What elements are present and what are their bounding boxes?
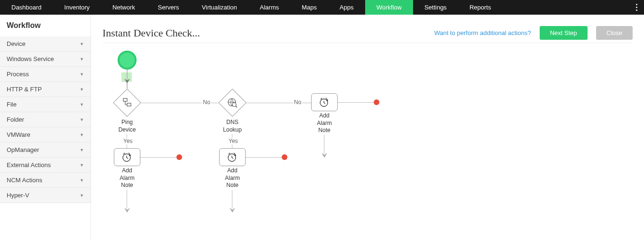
edge-label-no: No: [293, 99, 302, 106]
add-alarm-note-node[interactable]: [311, 93, 338, 111]
alarm-clock-icon: [227, 151, 238, 163]
sidebar-item-label: Hyper-V: [7, 192, 29, 199]
ping-device-node[interactable]: [113, 89, 141, 117]
nav-apps[interactable]: Apps: [328, 0, 365, 15]
nav-workflow[interactable]: Workflow: [365, 0, 413, 15]
end-point[interactable]: [176, 154, 182, 160]
chevron-down-icon: ▼: [80, 178, 84, 183]
chevron-down-icon: ▼: [80, 87, 84, 92]
sidebar-item-folder[interactable]: Folder ▼: [0, 112, 91, 127]
sidebar-item-http-ftp[interactable]: HTTP & FTP ▼: [0, 82, 91, 97]
ping-device-label: Ping Device: [117, 119, 138, 133]
sidebar-item-label: Device: [7, 40, 26, 47]
sidebar-item-label: VMWare: [7, 131, 30, 138]
add-alarm-note-label: Add Alarm Note: [315, 112, 334, 134]
nav-dashboard[interactable]: Dashboard: [0, 0, 53, 15]
workflow-canvas[interactable]: Ping Device No DNS Lookup No: [102, 51, 633, 240]
close-button[interactable]: Close: [596, 26, 633, 40]
edge-label-yes: Yes: [122, 138, 134, 144]
nav-inventory[interactable]: Inventory: [53, 0, 101, 15]
chevron-down-icon: ▼: [80, 148, 84, 152]
nav-network[interactable]: Network: [101, 0, 147, 15]
alarm-clock-icon: [319, 97, 330, 108]
svg-rect-0: [123, 98, 127, 101]
alarm-clock-icon: [121, 151, 133, 163]
dns-lookup-node[interactable]: [218, 89, 247, 117]
sidebar-title: Workflow: [0, 15, 91, 36]
arrow-down-icon: [321, 151, 328, 158]
connector: [338, 102, 374, 103]
dns-lookup-label: DNS Lookup: [221, 119, 244, 133]
sidebar-item-label: Process: [7, 71, 29, 78]
sidebar-item-label: External Actions: [7, 161, 51, 169]
device-icon: [122, 98, 132, 108]
nav-settings[interactable]: Settings: [413, 0, 458, 15]
sidebar-item-hyper-v[interactable]: Hyper-V ▼: [0, 188, 91, 203]
content-area: Instant Device Check... Want to perform …: [91, 15, 644, 240]
page-title: Instant Device Check...: [102, 27, 200, 39]
connector: [246, 157, 282, 158]
add-alarm-note-node[interactable]: [219, 148, 246, 166]
sidebar-item-windows-service[interactable]: Windows Service ▼: [0, 52, 91, 67]
nav-maps[interactable]: Maps: [290, 0, 328, 15]
chevron-down-icon: ▼: [80, 193, 84, 198]
chevron-down-icon: ▼: [80, 102, 84, 107]
sidebar-item-label: OpManager: [7, 146, 39, 153]
chevron-down-icon: ▼: [80, 57, 84, 62]
sidebar-item-opmanager[interactable]: OpManager ▼: [0, 142, 91, 158]
sidebar-item-file[interactable]: File ▼: [0, 97, 91, 112]
nav-alarms[interactable]: Alarms: [248, 0, 290, 15]
chevron-down-icon: ▼: [80, 117, 84, 122]
additional-actions-link[interactable]: Want to perform additional actions?: [434, 29, 531, 36]
sidebar-item-vmware[interactable]: VMWare ▼: [0, 127, 91, 142]
svg-point-3: [232, 103, 236, 107]
sidebar-item-label: Folder: [7, 116, 24, 123]
sidebar-item-label: NCM Actions: [7, 177, 42, 184]
edge-label-yes: Yes: [228, 138, 239, 144]
top-navigation: Dashboard Inventory Network Servers Virt…: [0, 0, 644, 15]
sidebar-item-label: HTTP & FTP: [7, 86, 42, 93]
sidebar-item-ncm-actions[interactable]: NCM Actions ▼: [0, 173, 91, 188]
sidebar-item-device[interactable]: Device ▼: [0, 36, 91, 52]
end-point[interactable]: [282, 154, 287, 160]
chevron-down-icon: ▼: [80, 42, 84, 46]
arrow-down-icon: [229, 206, 236, 213]
end-point[interactable]: [374, 99, 379, 105]
sidebar-item-external-actions[interactable]: External Actions ▼: [0, 158, 91, 173]
arrow-down-icon: [123, 206, 131, 213]
svg-rect-1: [127, 103, 131, 106]
chevron-down-icon: ▼: [80, 163, 84, 168]
sidebar-item-process[interactable]: Process ▼: [0, 67, 91, 82]
arrow-down-icon: [123, 77, 131, 83]
nav-reports[interactable]: Reports: [458, 0, 503, 15]
globe-search-icon: [227, 98, 238, 108]
next-step-button[interactable]: Next Step: [540, 26, 588, 40]
add-alarm-note-label: Add Alarm Note: [118, 167, 137, 189]
edge-label-no: No: [202, 99, 211, 106]
start-node[interactable]: [118, 51, 137, 70]
nav-more-icon[interactable]: [633, 0, 640, 15]
nav-servers[interactable]: Servers: [147, 0, 191, 15]
sidebar: Workflow Device ▼ Windows Service ▼ Proc…: [0, 15, 91, 240]
add-alarm-note-label: Add Alarm Note: [223, 167, 242, 189]
content-header: Instant Device Check... Want to perform …: [102, 26, 633, 43]
sidebar-item-label: Windows Service: [7, 55, 54, 62]
chevron-down-icon: ▼: [80, 133, 84, 137]
connector: [140, 157, 176, 158]
chevron-down-icon: ▼: [80, 72, 84, 77]
nav-virtualization[interactable]: Virtualization: [191, 0, 248, 15]
add-alarm-note-node[interactable]: [114, 148, 140, 166]
sidebar-item-label: File: [7, 101, 17, 108]
